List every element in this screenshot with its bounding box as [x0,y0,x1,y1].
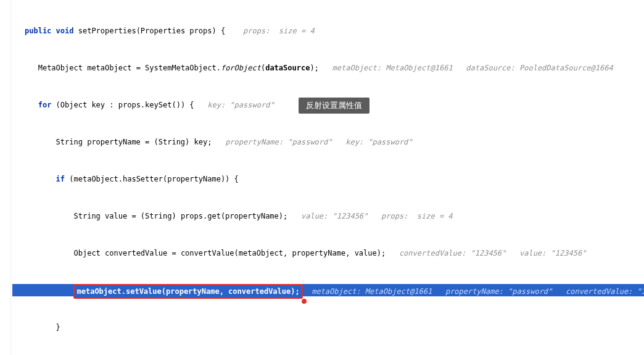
highlighted-call: metaObject.setValue(propertyName, conver… [73,284,302,299]
code-editor[interactable]: public void setProperties(Properties pro… [0,0,644,355]
editor-gutter [0,0,11,355]
current-execution-line: metaObject.setValue(propertyName, conver… [12,284,644,296]
code-line: MetaObject metaObject = SystemMetaObject… [12,62,644,74]
code-line: if (metaObject.hasSetter(propertyName)) … [12,173,644,185]
breakpoint-dot-icon [302,299,307,304]
code-line: Object convertedValue = convertValue(met… [12,247,644,259]
code-line: String propertyName = (String) key; prop… [12,136,644,148]
code-line: public void setProperties(Properties pro… [12,25,644,37]
code-line: String value = (String) props.get(proper… [12,210,644,222]
annotation-tooltip: 反射设置属性值 [299,98,369,114]
code-line: } [12,321,644,333]
